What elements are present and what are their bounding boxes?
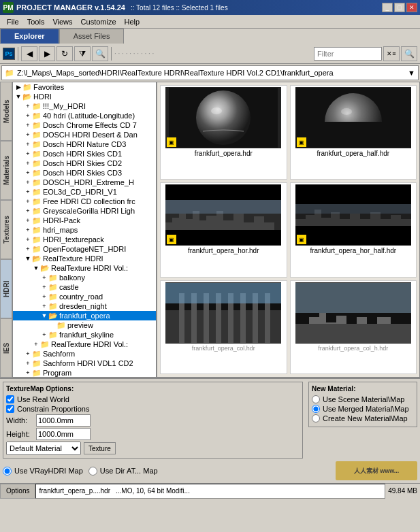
toggle[interactable]: + (24, 150, 32, 158)
toggle[interactable]: + (24, 350, 32, 358)
toggle[interactable]: + (24, 216, 32, 225)
list-item[interactable]: ▼📂RealTexture HDRI Vol.: (13, 263, 156, 273)
toggle[interactable]: + (24, 112, 32, 120)
sidebar-hdri[interactable]: HDRI (0, 259, 12, 318)
search-button[interactable]: 🔍 (92, 46, 108, 61)
use-direct-map-radio[interactable] (88, 467, 97, 476)
file-item[interactable]: ▣ (160, 85, 287, 180)
filter-button[interactable]: ⧩ (74, 46, 91, 61)
favorites-toggle[interactable]: ▶ (14, 83, 22, 91)
list-item[interactable]: +📁Free HDRI CD collection frc (13, 197, 156, 206)
height-input[interactable] (36, 428, 91, 440)
toggle[interactable]: ▼ (32, 264, 40, 272)
sidebar-textures[interactable]: Textures (0, 200, 12, 259)
create-new-material-radio[interactable] (312, 414, 320, 422)
list-item[interactable]: +📁EOL3d_CD_HDRI_V1 (13, 187, 156, 197)
list-item[interactable]: +📁HDRI-Pack (13, 216, 156, 225)
menu-file[interactable]: File (3, 16, 23, 27)
filter-input[interactable] (314, 47, 382, 61)
texture-button[interactable]: Texture (84, 442, 116, 454)
toggle[interactable]: + (24, 226, 32, 234)
close-button[interactable]: ✕ (406, 3, 417, 12)
list-item[interactable]: +📁dresden_night (13, 301, 156, 311)
toggle[interactable]: ▼ (24, 254, 32, 263)
file-item[interactable]: ▣ frankfurt_opera_hor.hdr (160, 182, 287, 277)
tree-hdri-root[interactable]: ▼ 📂 HDRI (13, 92, 156, 101)
toggle[interactable] (48, 321, 56, 329)
list-item[interactable]: +📁!!!_My_HDRI (13, 101, 156, 111)
back-button[interactable]: ◀ (21, 46, 37, 61)
filter-clear-button[interactable]: ✕≡ (383, 46, 400, 61)
menu-customize[interactable]: Customize (77, 16, 120, 27)
sidebar-models[interactable]: Models (0, 82, 12, 141)
file-item[interactable]: frankfurt_opera_col_h.hdr (290, 280, 417, 374)
toggle[interactable]: + (24, 245, 32, 253)
toggle[interactable]: + (24, 169, 32, 177)
width-input[interactable] (36, 414, 91, 427)
toggle[interactable]: + (24, 159, 32, 167)
tree-favorites[interactable]: ▶ 📁 Favorites (13, 82, 156, 92)
toggle[interactable]: + (24, 235, 32, 244)
toggle[interactable]: + (24, 140, 32, 148)
maximize-button[interactable]: □ (394, 3, 405, 12)
list-item[interactable]: +📁GreyscaleGorilla HDRI Ligh (13, 206, 156, 216)
list-item[interactable]: +📁frankfurt_skyline (13, 330, 156, 339)
toggle[interactable]: + (40, 293, 48, 301)
list-item[interactable]: 📁preview (13, 320, 156, 330)
toggle[interactable]: + (24, 188, 32, 196)
toggle[interactable]: + (24, 178, 32, 186)
toggle[interactable]: + (24, 207, 32, 215)
tab-explorer[interactable]: Explorer (0, 29, 59, 44)
menu-tools[interactable]: Tools (23, 16, 49, 27)
list-item[interactable]: +📁RealTexture HDRI Vol.: (13, 339, 156, 349)
list-item[interactable]: +📁DOSCH_HDRI_Extreme_H (13, 178, 156, 187)
sidebar-materials[interactable]: Materials (0, 141, 12, 200)
filter-search-button[interactable]: 🔍 (401, 46, 417, 61)
toggle[interactable]: + (32, 340, 40, 348)
list-item[interactable]: +📁balkony (13, 273, 156, 282)
use-scene-material-radio[interactable] (312, 395, 320, 403)
list-item[interactable]: +📁Dosch HDRI Nature CD3 (13, 139, 156, 149)
forward-button[interactable]: ▶ (39, 46, 55, 61)
use-real-world-checkbox[interactable] (6, 395, 14, 403)
toggle[interactable]: + (24, 102, 32, 110)
toggle[interactable]: + (40, 331, 48, 339)
minimize-button[interactable]: _ (382, 3, 393, 12)
refresh-button[interactable]: ↻ (56, 46, 73, 61)
use-vray-hdri-radio[interactable] (3, 467, 12, 476)
menu-views[interactable]: Views (48, 16, 76, 27)
list-item[interactable]: +📁Dosch Chrome Effects CD 7 (13, 120, 156, 130)
sidebar-ies[interactable]: IES (0, 318, 12, 378)
menu-help[interactable]: Help (120, 16, 144, 27)
toggle[interactable]: + (24, 197, 32, 205)
use-merged-material-radio[interactable] (312, 405, 320, 413)
list-item[interactable]: +📁DOSCH HDRI Desert & Dan (13, 130, 156, 139)
list-item[interactable]: +📁Sachform HDRI VDL1 CD2 (13, 359, 156, 368)
file-item[interactable]: ▣ frankfurt_opera_hor_half.hdr (290, 182, 417, 277)
toggle[interactable]: + (40, 283, 48, 291)
hdri-toggle[interactable]: ▼ (14, 93, 22, 101)
list-item[interactable]: +📁Dosch HDRI Skies CD3 (13, 168, 156, 178)
list-item[interactable]: +📁Program (13, 368, 156, 378)
file-item[interactable]: frankfurt_opera_col.hdr (160, 280, 287, 374)
material-dropdown[interactable]: Default Material (6, 442, 81, 455)
constrain-proportions-checkbox[interactable] (6, 405, 14, 413)
list-item[interactable]: +📁Dosch HDRI Skies CD2 (13, 159, 156, 168)
list-item[interactable]: +📁OpenFootageNET_HDRI (13, 244, 156, 254)
options-button[interactable]: Options (0, 484, 35, 499)
list-item[interactable]: +📁HDRI_texturepack (13, 235, 156, 244)
list-item[interactable]: +📁country_road (13, 292, 156, 301)
toggle[interactable]: ▼ (40, 312, 48, 320)
toggle[interactable]: + (40, 302, 48, 310)
toggle[interactable]: + (24, 369, 32, 377)
list-item[interactable]: +📁hdri_maps (13, 225, 156, 235)
toggle[interactable]: + (24, 359, 32, 367)
tab-asset-files[interactable]: Asset Files (59, 29, 125, 44)
toggle[interactable]: + (24, 131, 32, 139)
toggle[interactable]: + (24, 121, 32, 129)
file-item[interactable]: ▣ (290, 85, 417, 180)
list-item[interactable]: ▼📂RealTexture HDRI (13, 254, 156, 263)
tree-frankfurt-opera[interactable]: ▼📂frankfurt_opera (13, 311, 156, 320)
list-item[interactable]: +📁Sachform (13, 349, 156, 359)
list-item[interactable]: +📁Dosch HDRI Skies CD1 (13, 149, 156, 159)
